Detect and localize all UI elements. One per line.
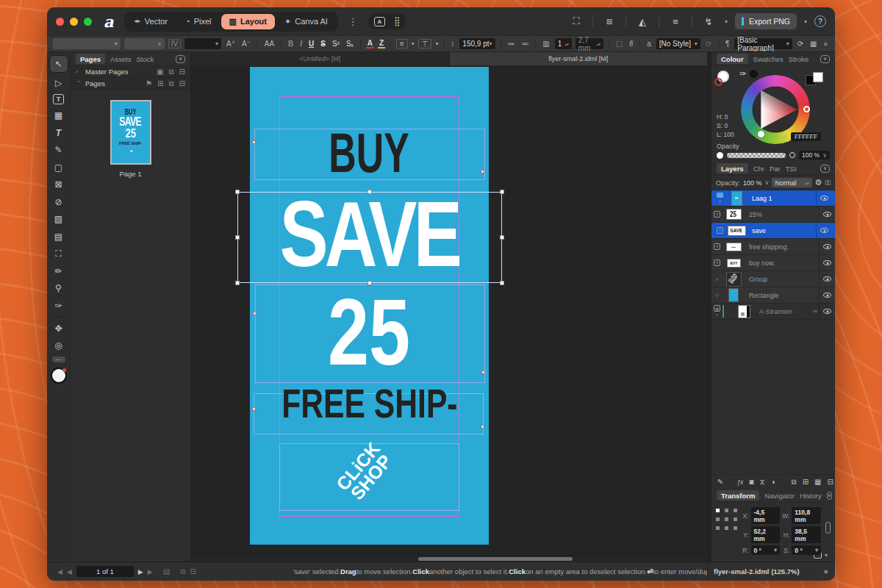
toolbar-overflow-chevron[interactable]: »: [822, 40, 830, 48]
minimize-window-button[interactable]: [70, 18, 78, 26]
frame-node-dot[interactable]: [252, 407, 256, 411]
x-input[interactable]: -4,5 mm: [751, 507, 781, 524]
underline-button[interactable]: U: [307, 40, 315, 48]
doc-tab-flyer[interactable]: flyer-smal-2.idml [M]: [450, 52, 708, 65]
picture-frame-rectangle-tool[interactable]: ⊠: [51, 179, 66, 191]
node-tool[interactable]: ▷: [51, 77, 66, 90]
layer-lock-icon[interactable]: ⚿: [825, 179, 831, 187]
font-family-select[interactable]: ▾: [53, 38, 121, 49]
rectangle-tool[interactable]: ▢: [51, 161, 66, 173]
status-delete-page-icon[interactable]: ⊟: [190, 567, 196, 576]
tab-stroke[interactable]: Stroke: [789, 55, 808, 63]
frame-node-dot[interactable]: [481, 425, 484, 429]
opacity-value-select[interactable]: 100 %∨: [799, 151, 830, 159]
page-1-thumbnail[interactable]: BUY SAVE 25 FREE SHIP- ✦: [110, 100, 151, 165]
leading-input[interactable]: 150,9 pt▾: [459, 38, 495, 49]
layer-row-rectangle[interactable]: ⁘ Rectangle: [711, 287, 835, 304]
layer-visibility-toggle[interactable]: [816, 190, 832, 206]
character-translate-icon[interactable]: A: [374, 17, 385, 26]
hex-input[interactable]: FFFFFF: [791, 132, 821, 141]
tab-swatches[interactable]: Swatches: [753, 55, 784, 63]
bold-button[interactable]: B: [287, 40, 295, 48]
paragraph-align-caret[interactable]: ▾: [412, 40, 415, 47]
zoom-window-button[interactable]: [84, 18, 92, 26]
status-add-page-icon[interactable]: ▤: [163, 567, 170, 576]
tab-transform[interactable]: Transform: [717, 490, 759, 501]
selection-handle-mr[interactable]: [500, 235, 504, 240]
panel-eyedropper-icon[interactable]: ✑: [739, 69, 746, 79]
tab-assets[interactable]: Assets: [110, 55, 132, 63]
font-size-select[interactable]: ▾: [184, 38, 221, 49]
delete-layer-icon[interactable]: ⊟: [827, 478, 833, 486]
transform-origin-caret[interactable]: ▾: [825, 552, 828, 559]
frame-text-tool[interactable]: T: [53, 94, 64, 104]
more-tools-button[interactable]: ⋯: [52, 356, 65, 362]
selection-handle-bm[interactable]: [368, 281, 372, 285]
snapshot-marquee-icon[interactable]: ⛶: [567, 15, 585, 27]
snapping-caret-icon[interactable]: ▾: [725, 18, 728, 25]
layer-visibility-toggle[interactable]: [819, 239, 835, 254]
layer-row-a-stramien[interactable]: ▦› A-Stramien ∞: [711, 304, 835, 320]
flyer-text-25[interactable]: 25: [250, 279, 489, 385]
new-layer-icon[interactable]: ⊞: [803, 478, 808, 486]
live-filter-icon[interactable]: ◑: [770, 478, 775, 486]
tab-par[interactable]: Par: [770, 165, 781, 173]
add-page-icon[interactable]: ⊞: [157, 79, 163, 88]
hue-selector[interactable]: [803, 106, 810, 112]
layers-opacity-value[interactable]: 100 %: [743, 179, 762, 187]
layer-row-laag1[interactable]: ∨ 25 Laag 1: [711, 190, 835, 207]
strikethrough-button[interactable]: S: [319, 40, 327, 48]
picture-frame-ellipse-tool[interactable]: ⊘: [51, 196, 66, 208]
layer-settings-gear-icon[interactable]: ⚙: [815, 178, 822, 187]
selection-handle-tm[interactable]: [368, 190, 372, 194]
columns-input[interactable]: 1▴▾: [555, 38, 572, 49]
layer-visibility-toggle[interactable]: [819, 255, 835, 270]
frame-node-dot[interactable]: [481, 370, 485, 374]
rotation-select[interactable]: 0 °▾: [751, 545, 781, 555]
layer-row-buynow[interactable]: T BUY buy now.: [711, 255, 835, 271]
layer-visibility-toggle[interactable]: [816, 223, 832, 238]
shade-selector[interactable]: [758, 131, 764, 137]
mask-layer-icon[interactable]: ◙: [749, 478, 753, 486]
status-clone-page-icon[interactable]: ⧉: [180, 567, 185, 576]
anchor-point-selector[interactable]: [716, 509, 738, 531]
clone-page-icon[interactable]: ⧉: [168, 79, 173, 88]
decrease-size-button[interactable]: A⁻: [240, 40, 252, 48]
superscript-button[interactable]: Sˣ: [331, 40, 341, 48]
layer-visibility-toggle[interactable]: [819, 304, 835, 319]
previous-page-button[interactable]: ◀: [67, 568, 72, 576]
tab-layers[interactable]: Layers: [717, 163, 748, 173]
delete-page-icon[interactable]: ⊟: [179, 79, 185, 88]
last-page-button[interactable]: ▶: [148, 568, 153, 576]
save-selection-box[interactable]: [237, 192, 502, 283]
increase-size-button[interactable]: A⁺: [225, 40, 237, 48]
new-pattern-layer-icon[interactable]: ▦: [814, 478, 821, 486]
gutter-stepper[interactable]: ▴▾: [597, 43, 600, 46]
character-style-sync-icon[interactable]: ⟳: [704, 40, 713, 48]
canvas-viewport[interactable]: BUY SAVE 25 FREE SHIP- CLiCK SHOP: [191, 65, 707, 555]
alignment-icon[interactable]: ≡: [667, 16, 684, 27]
highlighter-button[interactable]: Z: [378, 39, 385, 49]
add-master-icon[interactable]: ▣: [157, 68, 163, 76]
baseline-caret[interactable]: ▾: [435, 40, 438, 47]
picked-colour-dot[interactable]: [750, 70, 758, 78]
horizontal-scrollbar[interactable]: [191, 555, 707, 562]
tab-colour[interactable]: Colour: [717, 54, 748, 64]
vector-crop-tool[interactable]: ⛶: [51, 248, 66, 260]
selection-handle-br[interactable]: [500, 281, 504, 285]
clone-master-icon[interactable]: ⧉: [168, 68, 173, 76]
horizontal-scrollbar-thumb[interactable]: [418, 557, 573, 561]
selection-handle-bl[interactable]: [235, 281, 240, 285]
table-tool[interactable]: ▦: [51, 110, 66, 122]
account-avatar[interactable]: [51, 368, 67, 384]
pencil-tool[interactable]: ✏: [51, 265, 66, 277]
h-input[interactable]: 38,5 mm: [792, 526, 821, 543]
style-grid-button[interactable]: ▦: [808, 40, 818, 48]
layer-visibility-toggle[interactable]: [819, 207, 835, 222]
view-pan-tool[interactable]: ✥: [51, 322, 66, 334]
first-page-button[interactable]: ◀: [57, 568, 62, 576]
font-colour-button[interactable]: A: [366, 39, 374, 49]
layer-row-25[interactable]: T 25 25%: [711, 207, 835, 223]
delete-master-icon[interactable]: ⊟: [179, 68, 185, 76]
selection-handle-tl[interactable]: [235, 190, 240, 194]
